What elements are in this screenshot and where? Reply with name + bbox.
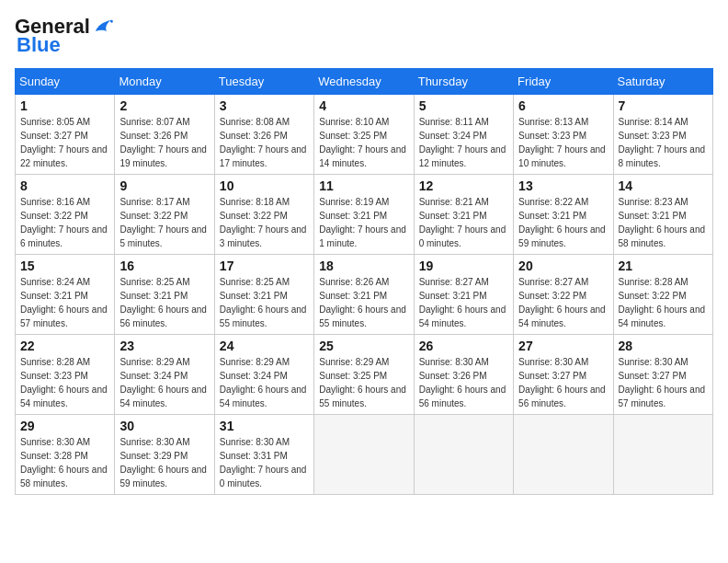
calendar-cell xyxy=(314,415,414,495)
calendar-cell: 9 Sunrise: 8:17 AMSunset: 3:22 PMDayligh… xyxy=(115,175,214,255)
day-number: 12 xyxy=(419,178,508,193)
weekday-header: Friday xyxy=(514,69,613,95)
day-info: Sunrise: 8:07 AMSunset: 3:26 PMDaylight:… xyxy=(119,117,207,168)
calendar-week-row: 15 Sunrise: 8:24 AMSunset: 3:21 PMDaylig… xyxy=(16,255,713,335)
day-info: Sunrise: 8:29 AMSunset: 3:25 PMDaylight:… xyxy=(319,357,406,408)
day-number: 27 xyxy=(518,339,608,353)
calendar-cell: 14 Sunrise: 8:23 AMSunset: 3:21 PMDaylig… xyxy=(613,175,712,255)
calendar-cell: 15 Sunrise: 8:24 AMSunset: 3:21 PMDaylig… xyxy=(16,255,115,335)
day-info: Sunrise: 8:29 AMSunset: 3:24 PMDaylight:… xyxy=(119,357,207,408)
calendar-cell: 16 Sunrise: 8:25 AMSunset: 3:21 PMDaylig… xyxy=(115,255,214,335)
calendar-cell: 20 Sunrise: 8:27 AMSunset: 3:22 PMDaylig… xyxy=(514,255,613,335)
day-info: Sunrise: 8:16 AMSunset: 3:22 PMDaylight:… xyxy=(20,197,108,248)
day-number: 26 xyxy=(419,339,508,353)
day-number: 11 xyxy=(319,178,408,193)
day-number: 24 xyxy=(220,339,309,353)
weekday-header-row: SundayMondayTuesdayWednesdayThursdayFrid… xyxy=(16,69,713,95)
day-info: Sunrise: 8:29 AMSunset: 3:24 PMDaylight:… xyxy=(220,357,307,408)
weekday-header: Saturday xyxy=(613,69,712,95)
day-number: 20 xyxy=(518,259,608,273)
day-info: Sunrise: 8:25 AMSunset: 3:21 PMDaylight:… xyxy=(220,277,307,328)
day-number: 6 xyxy=(518,98,608,113)
day-info: Sunrise: 8:19 AMSunset: 3:21 PMDaylight:… xyxy=(319,197,406,248)
calendar-week-row: 22 Sunrise: 8:28 AMSunset: 3:23 PMDaylig… xyxy=(16,335,713,415)
calendar-cell: 22 Sunrise: 8:28 AMSunset: 3:23 PMDaylig… xyxy=(16,335,115,415)
day-number: 19 xyxy=(419,259,508,273)
calendar-cell: 1 Sunrise: 8:05 AMSunset: 3:27 PMDayligh… xyxy=(16,95,115,175)
weekday-header: Wednesday xyxy=(314,69,414,95)
day-info: Sunrise: 8:14 AMSunset: 3:23 PMDaylight:… xyxy=(619,117,706,168)
day-number: 13 xyxy=(518,178,608,193)
day-info: Sunrise: 8:08 AMSunset: 3:26 PMDaylight:… xyxy=(220,117,307,168)
day-info: Sunrise: 8:18 AMSunset: 3:22 PMDaylight:… xyxy=(220,197,307,248)
day-number: 8 xyxy=(20,178,109,193)
weekday-header: Sunday xyxy=(16,69,115,95)
calendar-week-row: 1 Sunrise: 8:05 AMSunset: 3:27 PMDayligh… xyxy=(16,95,713,175)
day-number: 4 xyxy=(319,98,408,113)
calendar-cell: 10 Sunrise: 8:18 AMSunset: 3:22 PMDaylig… xyxy=(214,175,313,255)
day-info: Sunrise: 8:30 AMSunset: 3:27 PMDaylight:… xyxy=(619,357,706,408)
day-number: 16 xyxy=(119,259,209,273)
calendar-week-row: 29 Sunrise: 8:30 AMSunset: 3:28 PMDaylig… xyxy=(16,415,713,495)
day-info: Sunrise: 8:13 AMSunset: 3:23 PMDaylight:… xyxy=(518,117,606,168)
calendar-cell xyxy=(414,415,513,495)
day-number: 22 xyxy=(20,339,109,353)
day-info: Sunrise: 8:23 AMSunset: 3:21 PMDaylight:… xyxy=(619,197,706,248)
day-number: 5 xyxy=(419,98,508,113)
calendar-cell: 21 Sunrise: 8:28 AMSunset: 3:22 PMDaylig… xyxy=(613,255,712,335)
weekday-header: Thursday xyxy=(414,69,513,95)
calendar-cell: 28 Sunrise: 8:30 AMSunset: 3:27 PMDaylig… xyxy=(613,335,712,415)
day-info: Sunrise: 8:25 AMSunset: 3:21 PMDaylight:… xyxy=(119,277,207,328)
calendar-cell: 27 Sunrise: 8:30 AMSunset: 3:27 PMDaylig… xyxy=(514,335,613,415)
day-info: Sunrise: 8:27 AMSunset: 3:22 PMDaylight:… xyxy=(518,277,606,328)
bird-icon xyxy=(94,18,114,35)
day-number: 21 xyxy=(619,259,708,273)
calendar-cell: 31 Sunrise: 8:30 AMSunset: 3:31 PMDaylig… xyxy=(214,415,313,495)
calendar-cell: 5 Sunrise: 8:11 AMSunset: 3:24 PMDayligh… xyxy=(414,95,513,175)
day-info: Sunrise: 8:28 AMSunset: 3:22 PMDaylight:… xyxy=(619,277,706,328)
calendar-cell: 19 Sunrise: 8:27 AMSunset: 3:21 PMDaylig… xyxy=(414,255,513,335)
header: General Blue xyxy=(15,15,713,57)
day-info: Sunrise: 8:30 AMSunset: 3:28 PMDaylight:… xyxy=(20,437,108,488)
day-info: Sunrise: 8:24 AMSunset: 3:21 PMDaylight:… xyxy=(20,277,108,328)
calendar-cell: 6 Sunrise: 8:13 AMSunset: 3:23 PMDayligh… xyxy=(514,95,613,175)
day-number: 18 xyxy=(319,259,408,273)
day-info: Sunrise: 8:17 AMSunset: 3:22 PMDaylight:… xyxy=(119,197,207,248)
day-number: 14 xyxy=(619,178,708,193)
day-number: 9 xyxy=(119,178,209,193)
weekday-header: Monday xyxy=(115,69,214,95)
day-info: Sunrise: 8:05 AMSunset: 3:27 PMDaylight:… xyxy=(20,117,108,168)
calendar-cell: 13 Sunrise: 8:22 AMSunset: 3:21 PMDaylig… xyxy=(514,175,613,255)
calendar-cell: 29 Sunrise: 8:30 AMSunset: 3:28 PMDaylig… xyxy=(16,415,115,495)
day-info: Sunrise: 8:22 AMSunset: 3:21 PMDaylight:… xyxy=(518,197,606,248)
weekday-header: Tuesday xyxy=(214,69,313,95)
day-info: Sunrise: 8:27 AMSunset: 3:21 PMDaylight:… xyxy=(419,277,506,328)
day-number: 1 xyxy=(20,98,109,113)
day-number: 3 xyxy=(220,98,309,113)
day-number: 10 xyxy=(220,178,309,193)
day-number: 17 xyxy=(220,259,309,273)
day-info: Sunrise: 8:28 AMSunset: 3:23 PMDaylight:… xyxy=(20,357,108,408)
day-info: Sunrise: 8:30 AMSunset: 3:27 PMDaylight:… xyxy=(518,357,606,408)
calendar-cell: 12 Sunrise: 8:21 AMSunset: 3:21 PMDaylig… xyxy=(414,175,513,255)
calendar-cell: 4 Sunrise: 8:10 AMSunset: 3:25 PMDayligh… xyxy=(314,95,414,175)
calendar-cell xyxy=(514,415,613,495)
calendar-cell: 24 Sunrise: 8:29 AMSunset: 3:24 PMDaylig… xyxy=(214,335,313,415)
calendar-cell: 23 Sunrise: 8:29 AMSunset: 3:24 PMDaylig… xyxy=(115,335,214,415)
day-number: 7 xyxy=(619,98,708,113)
day-info: Sunrise: 8:26 AMSunset: 3:21 PMDaylight:… xyxy=(319,277,406,328)
logo: General Blue xyxy=(15,15,114,57)
calendar: SundayMondayTuesdayWednesdayThursdayFrid… xyxy=(15,68,713,495)
day-number: 31 xyxy=(220,419,309,433)
calendar-cell: 18 Sunrise: 8:26 AMSunset: 3:21 PMDaylig… xyxy=(314,255,414,335)
calendar-cell: 25 Sunrise: 8:29 AMSunset: 3:25 PMDaylig… xyxy=(314,335,414,415)
day-info: Sunrise: 8:11 AMSunset: 3:24 PMDaylight:… xyxy=(419,117,506,168)
calendar-week-row: 8 Sunrise: 8:16 AMSunset: 3:22 PMDayligh… xyxy=(16,175,713,255)
calendar-cell: 11 Sunrise: 8:19 AMSunset: 3:21 PMDaylig… xyxy=(314,175,414,255)
day-info: Sunrise: 8:30 AMSunset: 3:26 PMDaylight:… xyxy=(419,357,506,408)
day-number: 30 xyxy=(119,419,209,433)
calendar-cell: 8 Sunrise: 8:16 AMSunset: 3:22 PMDayligh… xyxy=(16,175,115,255)
day-info: Sunrise: 8:30 AMSunset: 3:31 PMDaylight:… xyxy=(220,437,307,488)
day-info: Sunrise: 8:21 AMSunset: 3:21 PMDaylight:… xyxy=(419,197,506,248)
calendar-cell: 7 Sunrise: 8:14 AMSunset: 3:23 PMDayligh… xyxy=(613,95,712,175)
